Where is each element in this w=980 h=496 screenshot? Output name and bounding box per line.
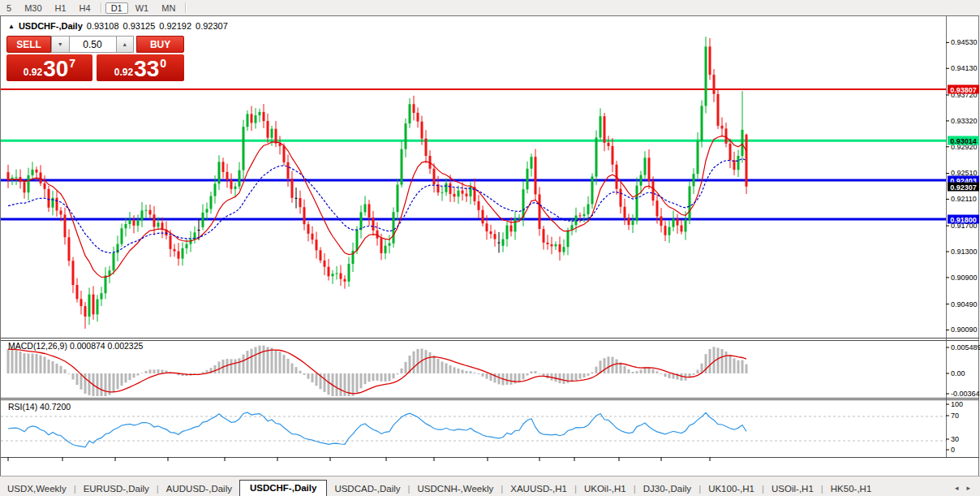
macd-header: MACD(12,26,9) 0.000874 0.002325 [8, 341, 143, 351]
buy-price-panel[interactable]: 0.92 33 0 [97, 54, 184, 81]
buy-price-prefix: 0.92 [114, 67, 133, 78]
rsi-axis-label: 100 [951, 400, 963, 408]
ohlc-low: 0.92192 [159, 21, 191, 31]
tab-usdcnh-weekly[interactable]: USDCNH-,Weekly [410, 481, 501, 496]
price-axis-label: 0.90490 [951, 300, 978, 308]
macd-axis-label: -0.003641 [951, 390, 980, 398]
timeframe-button-W1[interactable]: W1 [130, 2, 155, 14]
buy-button[interactable]: BUY [136, 36, 184, 53]
ohlc-high: 0.93125 [123, 21, 156, 31]
timeframe-button-D1[interactable]: D1 [105, 2, 128, 14]
price-axis-label: 0.90090 [951, 326, 978, 334]
toolbar-separator [101, 2, 101, 13]
timeframe-toolbar: 5M30H1H4D1W1MN [0, 0, 980, 16]
one-click-trade-panel: SELL ▼ 0.50 ▲ BUY 0.92 30 7 0.92 33 0 [6, 36, 184, 81]
tab-dj30-daily[interactable]: DJ30-,Daily [636, 481, 698, 496]
price-level-badge: 0.93014 [948, 136, 979, 145]
sell-price-panel[interactable]: 0.92 30 7 [6, 54, 92, 81]
macd-axis-label: 0.005489 [951, 343, 980, 352]
price-axis-label: 0.90900 [951, 274, 978, 282]
tab-ukoil-h1[interactable]: UKOil-,H1 [577, 481, 634, 496]
price-axis-label: 0.92110 [951, 195, 977, 203]
tab-xauusd-h1[interactable]: XAUUSD-,H1 [503, 481, 574, 496]
timeframe-button-MN[interactable]: MN [156, 2, 181, 14]
ohlc-open: 0.93108 [87, 21, 119, 31]
timeframe-button-H1[interactable]: H1 [49, 2, 72, 14]
macd-axis-label: 0.00 [951, 369, 965, 377]
price-axis-label: 0.91300 [951, 248, 978, 256]
sell-button[interactable]: SELL [6, 36, 51, 53]
tab-eurusd-daily[interactable]: EURUSD-,Daily [76, 481, 157, 496]
rsi-value: 40.7200 [40, 402, 71, 412]
tab-usdchf-daily[interactable]: USDCHF-,Daily [239, 480, 327, 496]
symbol-period-label: USDCHF-,Daily [19, 21, 83, 31]
volume-increase-button[interactable]: ▲ [116, 36, 135, 53]
trading-terminal: 5M30H1H4D1W1MN ▲ USDCHF-,Daily 0.93108 0… [0, 0, 980, 496]
macd-signal-value: 0.002325 [108, 341, 144, 351]
volume-decrease-button[interactable]: ▼ [51, 36, 70, 53]
tab-scroll-right-icon[interactable]: ▸ [966, 484, 970, 492]
rsi-axis-label: 70 [951, 412, 959, 420]
tab-audusd-daily[interactable]: AUDUSD-,Daily [159, 481, 239, 496]
symbol-tab-bar: USDX,Weekly|EURUSD-,Daily|AUDUSD-,DailyU… [0, 476, 980, 496]
rsi-axis-label: 30 [951, 435, 959, 443]
tab-hk50-h1[interactable]: HK50-,H1 [823, 481, 879, 496]
tab-uk100-h1[interactable]: UK100-,H1 [701, 481, 762, 496]
chart-window: ▲ USDCHF-,Daily 0.93108 0.93125 0.92192 … [0, 15, 980, 476]
price-level-badge: 0.93807 [948, 85, 979, 94]
tab-scroll-left-icon[interactable]: ◂ [955, 484, 959, 492]
ohlc-header: ▲ USDCHF-,Daily 0.93108 0.93125 0.92192 … [8, 21, 228, 31]
sell-price-prefix: 0.92 [24, 67, 42, 78]
price-level-badge: 0.91800 [948, 215, 979, 224]
timeframe-button-H4[interactable]: H4 [74, 2, 97, 14]
tab-usdcad-daily[interactable]: USDCAD-,Daily [327, 481, 407, 496]
current-price-badge: 0.92307 [948, 183, 979, 192]
price-axis-label: 0.93320 [951, 117, 978, 125]
macd-main-value: 0.000874 [70, 341, 105, 351]
rsi-header: RSI(14) 40.7200 [8, 402, 71, 412]
buy-price-big: 33 [134, 58, 159, 80]
tab-usoil-h1[interactable]: USOil-,H1 [764, 481, 821, 496]
rsi-axis-label: 0 [951, 446, 955, 454]
sell-price-sup: 7 [69, 57, 75, 70]
ohlc-close: 0.92307 [196, 21, 228, 31]
buy-price-sup: 0 [160, 57, 166, 70]
price-axis-label: 0.94130 [951, 64, 978, 72]
toolbar-separator [185, 2, 186, 13]
sell-price-big: 30 [43, 58, 68, 80]
timeframe-button-M30[interactable]: M30 [19, 2, 47, 14]
tab-usdx-weekly[interactable]: USDX,Weekly [0, 481, 74, 496]
collapse-triangle-icon[interactable]: ▲ [8, 23, 15, 30]
price-axis-label: 0.94530 [951, 38, 978, 46]
volume-input[interactable]: 0.50 [70, 36, 116, 53]
timeframe-button-5[interactable]: 5 [1, 2, 17, 14]
